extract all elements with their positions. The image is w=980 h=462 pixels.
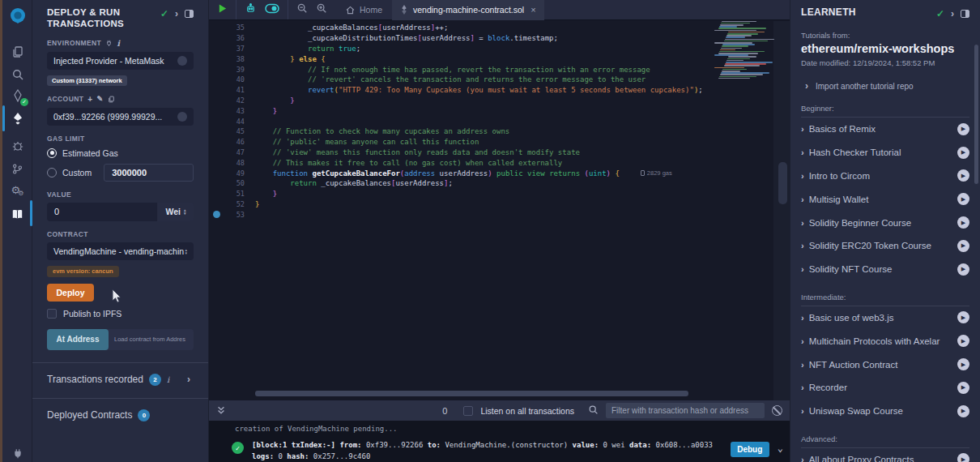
line-number[interactable]: 50 (209, 179, 245, 187)
line-number[interactable]: 36 (209, 34, 245, 42)
tutorial-item[interactable]: ›Hash Checker Tutorial▶ (801, 141, 969, 165)
line-number[interactable]: 44 (209, 118, 245, 126)
import-repo-row[interactable]: › Import another tutorial repo (801, 80, 969, 92)
line-number[interactable]: 49 (209, 169, 245, 178)
line-number[interactable]: 42 (209, 96, 245, 105)
tutorial-expand-icon[interactable]: › (801, 383, 804, 392)
listen-all-checkbox[interactable] (463, 406, 473, 416)
line-number[interactable]: 41 (209, 86, 245, 94)
tutorial-item[interactable]: ›Multichain Protocols with Axelar▶ (801, 329, 969, 353)
play-tutorial-button[interactable]: ▶ (957, 193, 969, 205)
ai-assistant-icon[interactable] (245, 2, 257, 18)
learneth-collapse-icon[interactable]: › (951, 8, 954, 19)
clear-console-icon[interactable] (772, 405, 782, 416)
tutorial-expand-icon[interactable]: › (801, 264, 804, 274)
copilot-toggle-icon[interactable] (265, 2, 279, 17)
transactions-expand-icon[interactable]: › (187, 374, 190, 385)
play-tutorial-button[interactable]: ▶ (957, 169, 969, 182)
custom-gas-input[interactable]: 3000000 (104, 164, 194, 182)
play-tutorial-button[interactable]: ▶ (957, 405, 969, 417)
play-tutorial-button[interactable]: ▶ (957, 453, 969, 462)
plugin-connector-icon[interactable] (2, 443, 32, 462)
line-number[interactable]: 39 (209, 66, 245, 74)
play-tutorial-button[interactable]: ▶ (957, 240, 969, 252)
line-number[interactable]: 35 (209, 24, 245, 32)
zoom-in-icon[interactable] (316, 2, 327, 17)
account-select[interactable]: 0xf39...92266 (9999.99929... (47, 108, 194, 126)
source-control-icon[interactable] (2, 157, 32, 180)
account-extra-icon[interactable] (177, 112, 187, 122)
play-tutorial-button[interactable]: ▶ (957, 358, 969, 370)
tutorial-item[interactable]: ›All about Proxy Contracts▶ (801, 448, 969, 462)
run-script-icon[interactable] (217, 2, 228, 17)
tutorial-item[interactable]: ›Uniswap Swap Course▶ (801, 400, 969, 423)
line-number[interactable]: 43 (209, 107, 245, 115)
environment-info-icon[interactable]: i (117, 39, 120, 48)
zoom-out-icon[interactable] (296, 2, 308, 17)
line-number[interactable]: 37 (209, 45, 245, 53)
line-number[interactable]: 48 (209, 159, 245, 167)
line-number[interactable]: 38 (209, 55, 245, 63)
tutorial-expand-icon[interactable]: › (801, 406, 804, 416)
line-number[interactable]: 52 (209, 200, 245, 208)
editor-tab[interactable]: vending-machine-contract.sol × (392, 0, 544, 20)
tutorial-item[interactable]: ›Solidity ERC20 Token Course▶ (801, 234, 969, 258)
play-tutorial-button[interactable]: ▶ (957, 335, 969, 347)
edit-account-icon[interactable]: ✎ (97, 95, 104, 103)
editor-vertical-scrollbar[interactable] (778, 162, 787, 204)
environment-extra-icon[interactable] (177, 56, 187, 66)
learneth-scrollbar[interactable] (974, 45, 978, 184)
remix-logo-icon[interactable] (2, 5, 32, 28)
code-editor[interactable]: 35 _cupcakeBalances[userAddress]++;36 _c… (209, 23, 713, 220)
tutorial-expand-icon[interactable]: › (801, 171, 804, 181)
tutorial-item[interactable]: ›Basic use of web3.js▶ (801, 306, 969, 330)
home-tab[interactable]: Home (335, 5, 392, 15)
tutorial-expand-icon[interactable]: › (801, 218, 804, 228)
at-address-input[interactable]: Load contract from Addres (109, 329, 194, 350)
at-address-button[interactable]: At Address (47, 329, 109, 350)
tutorial-item[interactable]: ›Solidity Beginner Course▶ (801, 211, 969, 234)
plugin-manager-icon[interactable]: ⚙⚙ (2, 178, 32, 201)
tutorial-item[interactable]: ›Multisig Wallet▶ (801, 187, 969, 211)
play-tutorial-button[interactable]: ▶ (957, 123, 969, 135)
environment-select[interactable]: Injected Provider - MetaMask (47, 52, 194, 70)
value-input[interactable]: 0 (47, 203, 157, 221)
tutorial-item[interactable]: ›Basics of Remix▶ (801, 118, 969, 141)
tutorial-item[interactable]: ›Intro to Circom▶ (801, 165, 969, 188)
tutorial-expand-icon[interactable]: › (801, 124, 804, 134)
unit-stepper-icon[interactable]: ▴▾ (184, 208, 186, 215)
copy-account-icon[interactable] (108, 96, 115, 103)
deployed-contracts-row[interactable]: Deployed Contracts 0 (47, 409, 194, 421)
tutorial-item[interactable]: ›NFT Auction Contract▶ (801, 353, 969, 376)
contract-select[interactable]: VendingMachine - vending-machin ▴▾ (47, 242, 194, 260)
line-number[interactable]: 46 (209, 138, 245, 146)
tutorial-expand-icon[interactable]: › (801, 148, 804, 157)
line-number[interactable]: 45 (209, 127, 245, 135)
tutorial-expand-icon[interactable]: › (801, 360, 804, 370)
custom-gas-radio[interactable] (47, 168, 57, 178)
line-number[interactable]: 40 (209, 75, 245, 83)
play-tutorial-button[interactable]: ▶ (957, 147, 969, 159)
play-tutorial-button[interactable]: ▶ (957, 311, 969, 323)
terminal-filter-input[interactable] (606, 403, 765, 418)
estimated-gas-option[interactable]: Estimated Gas (47, 148, 194, 158)
tutorial-item[interactable]: ›Solidity NFT Course▶ (801, 258, 969, 281)
tutorial-expand-icon[interactable]: › (801, 313, 804, 323)
publish-ipfs-option[interactable]: Publish to IPFS (47, 309, 194, 319)
transactions-recorded-row[interactable]: Transactions recorded 2 i › (47, 374, 194, 386)
play-tutorial-button[interactable]: ▶ (957, 216, 969, 229)
deploy-run-icon[interactable] (2, 107, 32, 130)
publish-ipfs-checkbox[interactable] (47, 309, 57, 319)
transactions-info-icon[interactable]: i (167, 375, 169, 384)
panel-collapse-icon[interactable]: › (175, 8, 178, 19)
search-icon[interactable] (2, 63, 32, 86)
debugger-icon[interactable] (2, 135, 32, 157)
transaction-log-row[interactable]: ✓ [block:1 txIndex:-] from: 0xf39...9226… (209, 440, 790, 462)
estimated-gas-radio[interactable] (47, 148, 57, 158)
learneth-book-icon[interactable] (2, 203, 32, 225)
tutorial-expand-icon[interactable]: › (801, 241, 804, 250)
line-number[interactable]: 51 (209, 190, 245, 198)
deploy-button[interactable]: Deploy (47, 284, 94, 302)
custom-gas-option[interactable]: Custom 3000000 (47, 164, 194, 182)
terminal-collapse-icon[interactable] (216, 404, 226, 418)
